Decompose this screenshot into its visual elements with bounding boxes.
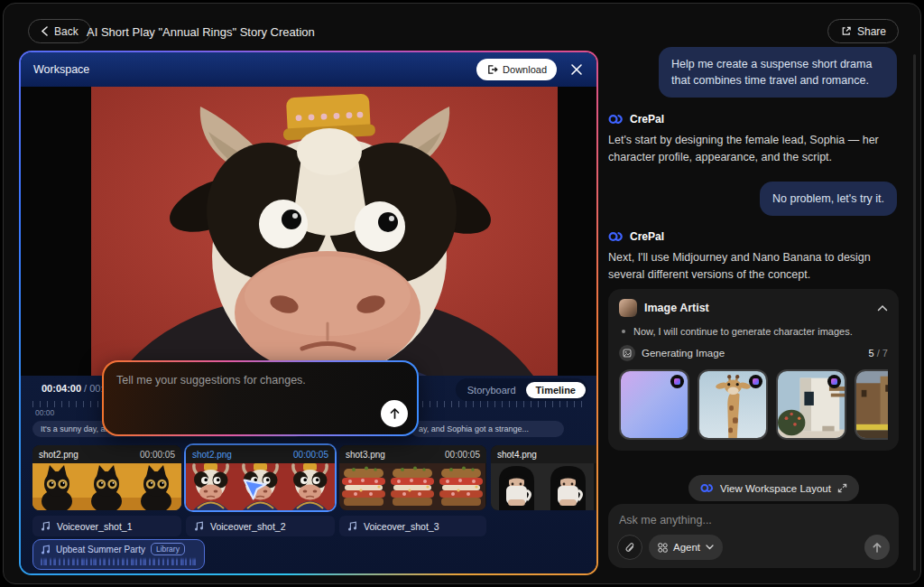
ruler-start-label: 00:00	[35, 408, 54, 417]
suggestion-input[interactable]: Tell me your suggestions for changes.	[116, 374, 306, 387]
generation-progress: 5 / 7	[869, 348, 888, 359]
app-window: Back AI Short Play "Annual Rings" Story …	[3, 3, 921, 584]
clip-duration: 00:00:05	[293, 450, 328, 460]
music-note-icon	[41, 544, 51, 555]
clip-thumbnails	[491, 463, 596, 510]
chat-input[interactable]: Ask me anything...	[619, 514, 888, 526]
timeline-clip-2-selected[interactable]: shot2.png00:00:05	[186, 445, 335, 510]
audio-waveform	[41, 557, 197, 565]
timeline-clip-3[interactable]: shot3.png00:00:05	[339, 445, 486, 510]
crepal-logo-icon	[608, 231, 624, 242]
view-workspace-layout-button[interactable]: View Workspace Layout	[688, 475, 859, 501]
generating-status: Generating Image	[642, 348, 863, 359]
download-icon	[486, 64, 498, 75]
clip-name: shot2.png	[39, 450, 79, 460]
music-title: Upbeat Summer Party	[56, 545, 145, 554]
generated-thumbnails	[619, 369, 888, 440]
bot-name: CrePal	[630, 230, 664, 243]
tab-timeline[interactable]: Timeline	[526, 382, 586, 398]
view-workspace-layout-label: View Workspace Layout	[720, 483, 831, 494]
image-badge-icon	[670, 375, 684, 388]
close-icon[interactable]	[568, 61, 585, 78]
image-artist-note: Now, I will continue to generate charact…	[633, 326, 853, 337]
voiceover-label: Voiceover_shot_3	[364, 521, 439, 532]
voiceover-label: Voiceover_shot_2	[210, 521, 285, 532]
voiceover-track-1[interactable]: Voiceover_shot_1	[32, 516, 181, 536]
workspace-panel: Workspace Download	[19, 51, 598, 575]
chat-input-card: Ask me anything... Agent	[608, 504, 899, 568]
time-current: 00:04:00	[42, 383, 81, 394]
tab-storyboard[interactable]: Storyboard	[457, 382, 526, 398]
cow-character-frame	[91, 87, 558, 376]
agent-selector[interactable]: Agent	[649, 535, 723, 560]
timeline-clip-1[interactable]: shot2.png00:00:05	[32, 445, 181, 510]
music-track[interactable]: Upbeat Summer Party Library	[32, 539, 205, 570]
voiceover-track-3[interactable]: Voiceover_shot_3	[339, 516, 486, 536]
image-badge-icon	[827, 375, 841, 388]
music-note-icon	[194, 520, 204, 532]
suggestion-input-overlay: Tell me your suggestions for changes.	[102, 360, 419, 436]
share-icon	[840, 25, 852, 37]
share-button[interactable]: Share	[827, 19, 899, 43]
clip-duration: 00:00:05	[445, 450, 480, 460]
video-preview[interactable]	[21, 87, 596, 376]
chevron-left-icon	[41, 26, 49, 36]
voiceover-label: Voiceover_shot_1	[57, 521, 132, 532]
attachment-button[interactable]	[617, 535, 642, 560]
chevron-down-icon	[706, 545, 714, 550]
clip-thumbnails	[339, 463, 486, 510]
clip-thumbnails	[32, 463, 181, 510]
generated-thumbnail-town[interactable]	[855, 369, 888, 440]
paperclip-icon	[624, 542, 635, 554]
timeline-clip-4[interactable]: shot4.png	[491, 445, 596, 510]
clip-name: shot4.png	[497, 450, 537, 460]
crepal-logo-icon	[608, 114, 624, 125]
bot-identity: CrePal	[608, 113, 664, 126]
generating-icon	[619, 345, 635, 361]
expand-icon	[837, 483, 847, 493]
crepal-logo-icon	[700, 483, 714, 493]
user-message-2: No problem, let's try it.	[760, 182, 897, 216]
bullet-dot	[622, 330, 625, 333]
bot-message-2: Next, I'll use Midjourney and Nano Banan…	[608, 249, 906, 284]
chat-scrollbar[interactable]	[913, 54, 916, 571]
view-toggle: Storyboard Timeline	[456, 378, 587, 401]
generated-thumbnail-building[interactable]	[776, 369, 846, 440]
bot-name: CrePal	[630, 113, 664, 126]
share-label: Share	[857, 25, 886, 38]
workspace-title: Workspace	[33, 63, 89, 76]
download-label: Download	[503, 64, 547, 75]
generated-thumbnail-gradient[interactable]	[619, 369, 689, 440]
music-note-icon	[347, 520, 357, 532]
music-note-icon	[41, 520, 51, 532]
clip-duration: 00:00:05	[140, 450, 175, 460]
library-tag: Library	[151, 543, 185, 555]
send-message-button[interactable]	[864, 535, 890, 560]
send-suggestion-button[interactable]	[381, 400, 408, 427]
back-label: Back	[54, 25, 79, 38]
user-message-1: Help me create a suspense short drama th…	[659, 47, 897, 98]
bot-identity: CrePal	[608, 230, 664, 243]
arrow-up-icon	[389, 407, 401, 420]
caption-chip[interactable]: ay, and Sophia got a strange...	[411, 421, 564, 437]
image-badge-icon	[749, 375, 762, 388]
back-button[interactable]: Back	[28, 19, 91, 43]
agent-label: Agent	[673, 542, 700, 553]
generated-thumbnail-giraffe[interactable]	[698, 369, 768, 440]
image-artist-title: Image Artist	[644, 302, 870, 314]
image-artist-avatar	[619, 299, 637, 317]
download-button[interactable]: Download	[476, 59, 557, 80]
cursor-pointer-icon	[242, 474, 269, 501]
bot-message-1: Let's start by designing the female lead…	[608, 132, 906, 166]
clip-name: shot3.png	[346, 450, 385, 460]
agent-grid-icon	[658, 543, 668, 553]
voiceover-track-2[interactable]: Voiceover_shot_2	[186, 516, 335, 536]
chevron-up-icon[interactable]	[877, 304, 888, 312]
arrow-up-icon	[872, 542, 882, 554]
image-artist-card: Image Artist Now, I will continue to gen…	[608, 289, 899, 451]
clip-name: shot2.png	[192, 450, 232, 460]
page-title: AI Short Play "Annual Rings" Story Creat…	[87, 25, 315, 39]
